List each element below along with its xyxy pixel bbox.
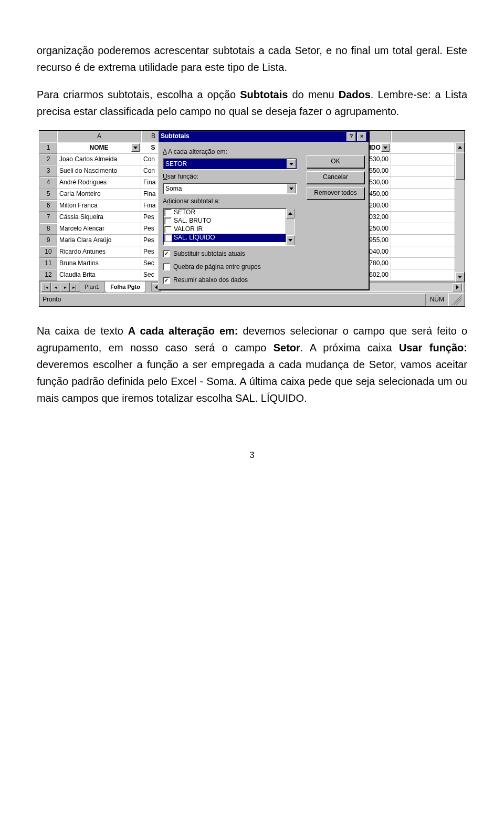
scroll-down-icon[interactable] xyxy=(455,272,465,282)
cell-nome[interactable]: Marcelo Alencar xyxy=(57,223,141,235)
p3-bold-usar-funcao: Usar função: xyxy=(399,342,467,353)
rowhdr[interactable]: 3 xyxy=(39,165,57,177)
filter-icon[interactable] xyxy=(131,143,140,152)
scroll-right-icon[interactable] xyxy=(453,283,462,291)
checkbox-icon[interactable] xyxy=(163,250,170,257)
cell-nome[interactable]: Joao Carlos Almeida xyxy=(57,154,141,165)
cell xyxy=(391,258,465,269)
close-icon[interactable]: × xyxy=(357,132,366,141)
scroll-up-icon[interactable] xyxy=(455,142,465,152)
list-item[interactable]: SAL. LÍQUIDO xyxy=(163,234,295,242)
list-item-label: SAL. LÍQUIDO xyxy=(174,233,215,243)
filter-icon[interactable] xyxy=(381,143,390,152)
rowhdr[interactable]: 9 xyxy=(39,235,57,246)
paragraph-3: Na caixa de texto A cada alteração em: d… xyxy=(37,322,467,406)
checkbox-summary[interactable]: Resumir abaixo dos dados xyxy=(163,275,364,285)
rowhdr[interactable]: 6 xyxy=(39,200,57,212)
cell-spacer xyxy=(391,142,465,154)
tab-prev-icon[interactable]: ◂ xyxy=(51,283,60,292)
cell-nome[interactable]: Sueli do Nascimento xyxy=(57,165,141,177)
status-text: Pronto xyxy=(43,295,61,305)
cell xyxy=(391,235,465,246)
p3-bold-setor: Setor xyxy=(274,342,300,353)
cell-nome[interactable]: Claudia Brita xyxy=(57,269,141,281)
cell-nome[interactable]: André Rodrigues xyxy=(57,177,141,189)
rowhdr[interactable]: 11 xyxy=(39,258,57,269)
tab-plan1[interactable]: Plan1 xyxy=(79,282,105,294)
rowhdr[interactable]: 2 xyxy=(39,154,57,165)
tab-next-icon[interactable]: ▸ xyxy=(60,283,70,292)
scroll-thumb[interactable] xyxy=(455,152,465,180)
remove-all-button[interactable]: Remover todos xyxy=(307,187,364,200)
p3-bold-alteracao: A cada alteração em: xyxy=(128,325,238,337)
checkbox-icon[interactable] xyxy=(164,234,172,242)
p2-bold-dados: Dados xyxy=(339,89,371,100)
cell xyxy=(391,269,465,281)
vertical-scrollbar[interactable] xyxy=(455,142,465,282)
checkbox-label: Resumir abaixo dos dados xyxy=(173,275,248,285)
status-bar: Pronto NÚM xyxy=(39,293,465,306)
p3-g: deveremos escolher a função a ser empreg… xyxy=(37,359,467,404)
combo-use-function[interactable]: Soma xyxy=(163,183,297,194)
combo-func-value: Soma xyxy=(165,184,182,194)
tab-first-icon[interactable]: |◂ xyxy=(41,283,51,292)
checkbox-icon[interactable] xyxy=(164,226,172,233)
excel-screenshot: A B C D E 1 NOME S SAL. LÍQUIDO 2 Joao C… xyxy=(39,130,465,307)
cell-nome[interactable]: Cássia Siqueira xyxy=(57,212,141,223)
cell-nome[interactable]: Bruna Martins xyxy=(57,258,141,269)
scroll-down-icon[interactable] xyxy=(286,235,295,245)
cell xyxy=(391,246,465,258)
p2-c: do menu xyxy=(288,89,338,100)
checkbox-pagebreak[interactable]: Quebra de página entre grupos xyxy=(163,262,364,272)
help-icon[interactable]: ? xyxy=(346,132,356,141)
cell-nome[interactable]: Ricardo Antunes xyxy=(57,246,141,258)
listbox-scrollbar[interactable] xyxy=(286,208,295,245)
paragraph-2: Para criarmos subtotais, escolha a opção… xyxy=(37,86,467,120)
rowhdr[interactable]: 7 xyxy=(39,212,57,223)
ok-button[interactable]: OK xyxy=(307,155,364,168)
rowhdr[interactable]: 10 xyxy=(39,246,57,258)
numlock-indicator: NÚM xyxy=(425,294,449,306)
dialog-titlebar[interactable]: Subtotais ? × xyxy=(159,131,369,142)
subtotals-dialog: Subtotais ? × A A cada alteração em: SET… xyxy=(158,131,369,290)
checkbox-label: Quebra de página entre grupos xyxy=(173,262,261,272)
checkbox-replace[interactable]: Substituir subtotais atuais xyxy=(163,249,364,259)
cancel-button[interactable]: Cancelar xyxy=(307,171,364,184)
cell xyxy=(391,154,465,165)
checkbox-icon[interactable] xyxy=(164,217,172,225)
cell xyxy=(391,212,465,223)
tab-folha-pgto[interactable]: Folha Pgto xyxy=(104,282,146,294)
combo-each-change[interactable]: SETOR xyxy=(163,158,297,170)
rowhdr[interactable]: 8 xyxy=(39,223,57,235)
rowhdr[interactable]: 4 xyxy=(39,177,57,189)
rowhdr[interactable]: 5 xyxy=(39,189,57,200)
resize-grip-icon[interactable] xyxy=(452,295,461,305)
scroll-up-icon[interactable] xyxy=(286,208,295,218)
checkbox-icon[interactable] xyxy=(164,209,172,216)
p3-e: . A próxima caixa xyxy=(300,342,399,353)
p2-bold-subtotais: Subtotais xyxy=(240,89,288,100)
paragraph-1: organização poderemos acrescentar subtot… xyxy=(37,42,467,76)
scroll-track[interactable] xyxy=(455,180,465,272)
select-all[interactable] xyxy=(39,131,57,142)
cell xyxy=(391,200,465,212)
header-nome[interactable]: NOME xyxy=(57,142,141,154)
cell xyxy=(391,189,465,200)
checkbox-icon[interactable] xyxy=(163,277,170,284)
rowhdr[interactable]: 12 xyxy=(39,269,57,281)
checkbox-icon[interactable] xyxy=(163,263,170,270)
chevron-down-icon[interactable] xyxy=(287,159,296,169)
combo-each-value: SETOR xyxy=(165,159,187,169)
cell-nome[interactable]: Milton Franca xyxy=(57,200,141,212)
rowhdr[interactable]: 1 xyxy=(39,142,57,154)
cell-nome[interactable]: Maria Clara Araújo xyxy=(57,235,141,246)
dialog-title: Subtotais xyxy=(161,131,345,141)
tab-last-icon[interactable]: ▸| xyxy=(70,283,79,292)
colhdr-a[interactable]: A xyxy=(57,131,141,142)
p2-a: Para criarmos subtotais, escolha a opção xyxy=(37,89,240,100)
listbox-add-subtotal[interactable]: SETOR SAL. BRUTO VALOR IR SAL. LÍQUIDO xyxy=(163,208,295,246)
chevron-down-icon[interactable] xyxy=(287,184,296,193)
checkbox-label: Substituir subtotais atuais xyxy=(173,249,245,259)
cell-nome[interactable]: Carla Monteiro xyxy=(57,189,141,200)
p3-a: Na caixa de texto xyxy=(37,325,128,337)
